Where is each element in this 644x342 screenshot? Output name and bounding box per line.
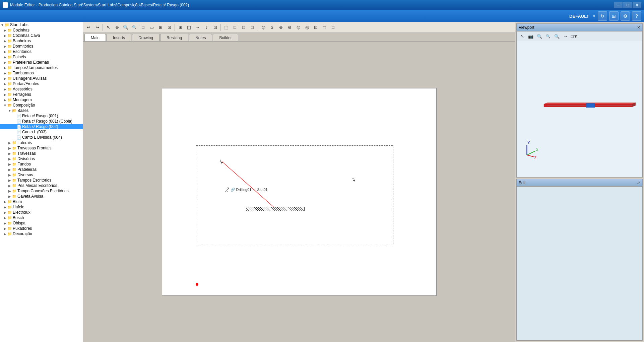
tree-item-portas[interactable]: ▶ 📁 Portas/Frentes xyxy=(0,81,83,86)
expander-prateleiras-ext[interactable]: ▶ xyxy=(3,60,7,65)
expander-pes-mesas[interactable]: ▶ xyxy=(7,183,12,188)
expander-prateleiras[interactable]: ▶ xyxy=(7,167,12,172)
tb-btn-20[interactable]: ◎ xyxy=(303,23,311,31)
expander-bases[interactable]: ▼ xyxy=(7,108,12,113)
expander-obispa[interactable]: ▶ xyxy=(3,221,7,225)
tree-item-reta-rasgo-001-copia[interactable]: 📄 Reta c/ Rasgo (001) (Cópia) xyxy=(0,119,83,124)
tb-btn-16[interactable]: $ xyxy=(268,23,276,31)
zoom-out-button[interactable]: 🔍 xyxy=(130,23,138,31)
tree-item-cozinhas-cava[interactable]: ▶ 📁 Cozinhas Cava xyxy=(0,33,83,38)
tree-item-hafele[interactable]: ▶ 📁 Hafele xyxy=(0,204,83,210)
tb-btn-15[interactable]: ◎ xyxy=(259,23,267,31)
tree-item-blum[interactable]: ▶ 📁 Blum xyxy=(0,199,83,204)
expander-blum[interactable]: ▶ xyxy=(3,199,7,204)
expander-ferragens[interactable]: ▶ xyxy=(3,92,7,97)
tree-item-acessorios[interactable]: ▶ 📁 Acessórios xyxy=(0,86,83,92)
tab-builder[interactable]: Builder xyxy=(213,34,238,41)
tree-item-fundos[interactable]: ▶ 📁 Fundos xyxy=(0,161,83,167)
minimize-button[interactable]: ─ xyxy=(614,2,623,8)
expander-tampos[interactable]: ▶ xyxy=(3,65,7,70)
expander-tampo-conexoes[interactable]: ▶ xyxy=(7,189,12,193)
zoom-in-button[interactable]: 🔍 xyxy=(122,23,130,31)
vp-zoom-out-btn[interactable]: 🔍 xyxy=(544,32,552,41)
expander-laterais[interactable]: ▶ xyxy=(7,140,12,145)
expander-dormitorios[interactable]: ▶ xyxy=(3,44,7,49)
tree-item-dormitorios[interactable]: ▶ 📁 Dormitórios xyxy=(0,44,83,49)
maximize-button[interactable]: □ xyxy=(623,2,632,8)
grid-toggle-button[interactable]: ⊞ xyxy=(156,23,165,31)
expander-cozinhas-cava[interactable]: ▶ xyxy=(3,33,7,38)
tb-btn-9[interactable]: ↕ xyxy=(202,23,210,31)
vp-zoom-in-btn[interactable]: 🔍 xyxy=(535,32,543,41)
expander-gaveta-avulsa[interactable]: ▶ xyxy=(7,194,12,199)
expander-portas[interactable]: ▶ xyxy=(3,81,7,86)
tree-item-reta-s-rasgo-002[interactable]: 📄 Reta s/ Rasgo (002) xyxy=(0,124,83,129)
expander-travessas[interactable]: ▶ xyxy=(7,151,12,156)
tree-item-laterais[interactable]: ▶ 📁 Laterais xyxy=(0,140,83,145)
vp-rotate-btn[interactable]: ↔ xyxy=(562,32,570,41)
tree-item-electrolux[interactable]: ▶ 📁 Electrolux xyxy=(0,210,83,215)
tree-item-tamburatos[interactable]: ▶ 📁 Tamburatos xyxy=(0,70,83,76)
tb-btn-11[interactable]: ⬚ xyxy=(222,23,230,31)
tree-item-escritorios[interactable]: ▶ 📁 Escritórios xyxy=(0,49,83,54)
tb-btn-18[interactable]: ⊖ xyxy=(285,23,294,31)
vp-view-btn[interactable]: □▼ xyxy=(570,32,578,41)
tree-item-prateleiras[interactable]: ▶ 📁 Prateleiras xyxy=(0,167,83,172)
tab-main[interactable]: Main xyxy=(84,34,106,41)
vp-camera-btn[interactable]: 📷 xyxy=(527,32,535,41)
expander-bosch[interactable]: ▶ xyxy=(3,215,7,220)
rect-button[interactable]: ▭ xyxy=(148,23,156,31)
expander-electrolux[interactable]: ▶ xyxy=(3,210,7,215)
tree-item-usinagens[interactable]: ▶ 📁 Usinagens Avulsas xyxy=(0,76,83,81)
tab-drawing[interactable]: Drawing xyxy=(132,34,159,41)
tb-btn-19[interactable]: ◎ xyxy=(294,23,302,31)
tree-item-canto-l-dividida-004[interactable]: 📄 Canto L Dividida (004) xyxy=(0,135,83,140)
help-button[interactable]: ? xyxy=(632,11,641,21)
close-button[interactable]: ✕ xyxy=(633,2,641,8)
tree-item-canto-l-003[interactable]: 📄 Canto L (003) xyxy=(0,129,83,135)
tree-item-decoracao[interactable]: ▶ 📁 Decoração xyxy=(0,231,83,236)
tree-item-start-labs[interactable]: ▼ 📁 Start Labs xyxy=(0,22,83,27)
viewport-close-button[interactable]: ✕ xyxy=(637,25,640,30)
tb-btn-22[interactable]: ◻ xyxy=(320,23,328,31)
tree-item-cozinhas[interactable]: ▶ 📁 Cozinhas xyxy=(0,27,83,33)
tree-item-puxadores[interactable]: ▶ 📁 Puxadores xyxy=(0,226,83,231)
expander-diversos[interactable]: ▶ xyxy=(7,173,12,177)
tree-item-banheiros[interactable]: ▶ 📁 Banheiros xyxy=(0,38,83,44)
expander-fundos[interactable]: ▶ xyxy=(7,162,12,166)
tb-btn-12[interactable]: □ xyxy=(231,23,239,31)
grid-button[interactable]: ⊞ xyxy=(609,11,619,21)
tree-item-gaveta-avulsa[interactable]: ▶ 📁 Gaveta Avulsa xyxy=(0,194,83,199)
tree-item-tampos[interactable]: ▶ 📁 Tampos/Tamponamentos xyxy=(0,65,83,70)
expander-travessas-frontais[interactable]: ▶ xyxy=(7,146,12,150)
tb-btn-8[interactable]: ↔ xyxy=(194,23,202,31)
tree-item-travessas-frontais[interactable]: ▶ 📁 Travessas Frontais xyxy=(0,145,83,151)
tree-item-bases[interactable]: ▼ 📂 Bases xyxy=(0,108,83,113)
tree-item-tampo-conexoes[interactable]: ▶ 📁 Tampo Conexões Escritórios xyxy=(0,188,83,194)
tree-item-montagem[interactable]: ▶ 📁 Montagem xyxy=(0,97,83,102)
tb-btn-23[interactable]: □ xyxy=(329,23,337,31)
tree-item-prateleiras-ext[interactable]: ▶ 📁 Prateleiras Externas xyxy=(0,60,83,65)
undo-button[interactable]: ↩ xyxy=(84,23,92,31)
expander-escritorios[interactable]: ▶ xyxy=(3,49,7,54)
tb-btn-17[interactable]: ⊕ xyxy=(277,23,285,31)
expander-start-labs[interactable]: ▼ xyxy=(0,22,5,27)
drawing-canvas[interactable]: + + 🔗 Drilli xyxy=(162,88,437,296)
tree-item-divisorias[interactable]: ▶ 📁 Divisórias xyxy=(0,156,83,161)
add-button[interactable]: ⊕ xyxy=(113,23,121,31)
expander-tamburatos[interactable]: ▶ xyxy=(3,71,7,75)
snap-button[interactable]: ⊡ xyxy=(165,23,173,31)
tab-resizing[interactable]: Resizing xyxy=(160,34,188,41)
settings-button[interactable]: ⚙ xyxy=(621,11,630,21)
tree-item-pes-mesas[interactable]: ▶ 📁 Pés Mesas Escritórios xyxy=(0,183,83,188)
fit-button[interactable]: □ xyxy=(139,23,147,31)
tb-btn-13[interactable]: □ xyxy=(240,23,248,31)
vp-zoom-fit-btn[interactable]: 🔍 xyxy=(553,32,561,41)
tb-btn-7[interactable]: ◫ xyxy=(185,23,193,31)
select-button[interactable]: ↖ xyxy=(104,23,112,31)
redo-button[interactable]: ↪ xyxy=(93,23,101,31)
refresh-button[interactable]: ↻ xyxy=(598,11,607,21)
tree-item-travessas[interactable]: ▶ 📁 Travessas xyxy=(0,151,83,156)
expander-usinagens[interactable]: ▶ xyxy=(3,76,7,81)
edit-expand-button[interactable]: ⤢ xyxy=(637,181,640,185)
